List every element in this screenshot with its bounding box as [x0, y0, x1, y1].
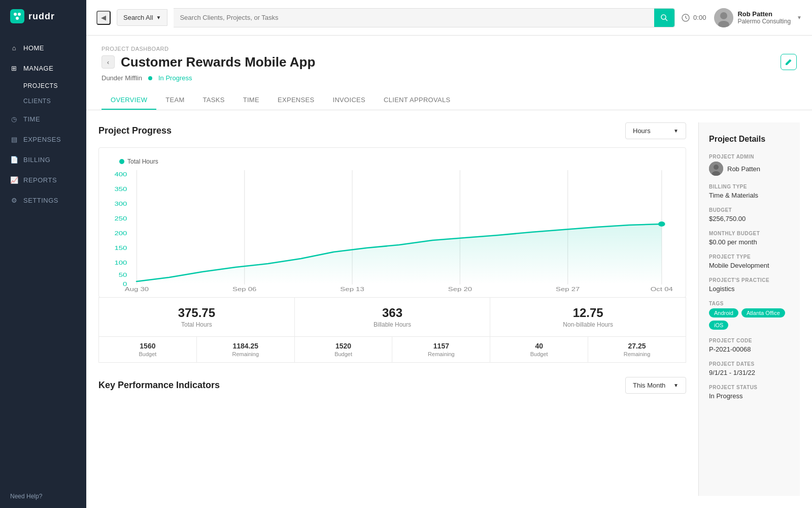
svg-text:Oct 04: Oct 04 [651, 286, 673, 292]
topbar: ◀ Search All ▼ 0:00 [86, 0, 812, 36]
sidebar-item-time[interactable]: ◷ TIME [0, 109, 86, 129]
svg-text:300: 300 [114, 201, 127, 207]
svg-text:50: 50 [119, 272, 127, 278]
file-icon: 📄 [10, 155, 18, 164]
total-budget-label: Budget [104, 351, 191, 357]
user-name: Rob Patten [737, 10, 791, 18]
sidebar-item-expenses[interactable]: ▤ EXPENSES [0, 129, 86, 149]
reports-icon: 📈 [10, 176, 18, 184]
monthly-budget-value: $0.00 per month [709, 238, 790, 246]
search-input[interactable] [174, 10, 654, 25]
collapse-sidebar-button[interactable]: ◀ [96, 11, 111, 25]
total-budget-value: 1560 [104, 342, 191, 350]
svg-point-2 [16, 17, 19, 20]
kpi-section: Key Performance Indicators This Month ▼ [98, 377, 686, 394]
sidebar-item-projects[interactable]: PROJECTS [23, 78, 86, 93]
project-status-group: PROJECT STATUS In Progress [709, 385, 790, 400]
logo-text: ruddr [28, 11, 55, 22]
tab-tasks[interactable]: TASKS [194, 91, 234, 110]
sidebar-item-reports[interactable]: 📈 REPORTS [0, 170, 86, 190]
progress-title: Project Progress [98, 125, 172, 136]
practice-value: Logistics [709, 285, 790, 293]
project-code-label: PROJECT CODE [709, 338, 790, 343]
budget-label: BUDGET [709, 207, 790, 213]
svg-text:400: 400 [114, 171, 127, 178]
chart-container: Total Hours 400 350 300 250 200 150 [98, 147, 686, 298]
project-main: PROJECT DASHBOARD ‹ Customer Rewards Mob… [86, 36, 812, 508]
billing-type-label: BILLING TYPE [709, 184, 790, 189]
admin-label: PROJECT ADMIN [709, 154, 790, 160]
kpi-dropdown[interactable]: This Month ▼ [625, 377, 686, 394]
chart-section: Project Progress Hours ▼ Total Hours [98, 122, 686, 496]
user-company: Palermo Consulting [737, 18, 791, 25]
search-type-label: Search All [123, 14, 153, 21]
monthly-budget-group: MONTHLY BUDGET $0.00 per month [709, 231, 790, 246]
svg-point-1 [18, 13, 21, 16]
logo-icon [10, 9, 24, 23]
search-type-dropdown[interactable]: Search All ▼ [117, 9, 167, 26]
edit-button[interactable] [781, 54, 797, 70]
tab-client-approvals[interactable]: CLIENT APPROVALS [375, 91, 459, 110]
billable-budget-value: 1520 [300, 342, 387, 350]
non-billable-hours-block: 12.75 Non-billable Hours [490, 298, 686, 336]
legend-label: Total Hours [127, 158, 158, 165]
non-billable-hours-label: Non-billable Hours [498, 321, 678, 328]
budget-group: BUDGET $256,750.00 [709, 207, 790, 223]
sidebar-item-billing[interactable]: 📄 BILLING [0, 149, 86, 170]
sidebar-nav: ⌂ HOME ⊞ MANAGE PROJECTS CLIENTS ◷ TIME … [0, 33, 86, 485]
svg-text:Sep 20: Sep 20 [448, 286, 472, 292]
project-tabs: OVERVIEW TEAM TASKS TIME EXPENSES INVOIC… [101, 91, 797, 110]
logo[interactable]: ruddr [0, 0, 86, 33]
nonbillable-remaining-value: 27.25 [593, 342, 681, 350]
progress-section-header: Project Progress Hours ▼ [98, 122, 686, 139]
svg-line-7 [686, 18, 687, 19]
tab-time[interactable]: TIME [234, 91, 268, 110]
tab-invoices[interactable]: INVOICES [323, 91, 375, 110]
time-tracker[interactable]: 0:00 [681, 13, 706, 22]
project-dates-label: PROJECT DATES [709, 361, 790, 367]
project-dates-group: PROJECT DATES 9/1/21 - 1/31/22 [709, 361, 790, 376]
sidebar-item-clients[interactable]: CLIENTS [23, 93, 86, 109]
total-remaining-label: Remaining [202, 351, 289, 357]
non-billable-hours-value: 12.75 [498, 306, 678, 320]
svg-text:Aug 30: Aug 30 [125, 286, 149, 292]
sidebar-item-home[interactable]: ⌂ HOME [0, 38, 86, 58]
practice-label: PROJECT'S PRACTICE [709, 277, 790, 283]
billable-remaining-block: 1157 Remaining [392, 337, 490, 362]
billable-hours-block: 363 Billable Hours [295, 298, 491, 336]
project-code-value: P-2021-00068 [709, 345, 790, 353]
status-text: In Progress [158, 74, 192, 82]
user-profile[interactable]: Rob Patten Palermo Consulting ▼ [714, 8, 802, 27]
billable-budget-block: 1520 Budget [295, 337, 393, 362]
sidebar-item-manage[interactable]: ⊞ MANAGE [0, 58, 86, 78]
billable-remaining-value: 1157 [397, 342, 485, 350]
billing-type-group: BILLING TYPE Time & Materials [709, 184, 790, 199]
project-details-sidebar: Project Details PROJECT ADMIN [698, 122, 800, 496]
user-info: Rob Patten Palermo Consulting [737, 10, 791, 25]
kpi-chevron-icon: ▼ [673, 383, 679, 388]
tab-overview[interactable]: OVERVIEW [101, 91, 156, 110]
back-button[interactable]: ‹ [101, 55, 115, 69]
tab-team[interactable]: TEAM [156, 91, 193, 110]
hours-dropdown[interactable]: Hours ▼ [625, 122, 686, 139]
kpi-dropdown-label: This Month [633, 382, 665, 389]
admin-name: Rob Patten [727, 165, 760, 173]
admin-info: Rob Patten [709, 162, 790, 176]
topbar-right: 0:00 Rob Patten Palermo Consulting ▼ [681, 8, 802, 27]
billable-hours-label: Billable Hours [303, 321, 482, 328]
svg-text:Sep 27: Sep 27 [556, 286, 580, 292]
sidebar-item-settings[interactable]: ⚙ SETTINGS [0, 190, 86, 210]
svg-point-34 [714, 165, 719, 170]
admin-group: PROJECT ADMIN Rob Patten [709, 154, 790, 176]
chart-area: 400 350 300 250 200 150 100 50 0 [109, 170, 675, 292]
help-link[interactable]: Need Help? [0, 485, 86, 508]
svg-text:150: 150 [114, 245, 127, 251]
search-button[interactable] [654, 9, 674, 27]
budget-value: $256,750.00 [709, 215, 790, 223]
clock-icon: ◷ [10, 115, 18, 123]
receipt-icon: ▤ [10, 135, 18, 143]
chart-legend: Total Hours [119, 158, 675, 165]
total-remaining-value: 1184.25 [202, 342, 289, 350]
tab-expenses[interactable]: EXPENSES [268, 91, 324, 110]
nonbillable-remaining-label: Remaining [593, 351, 681, 357]
